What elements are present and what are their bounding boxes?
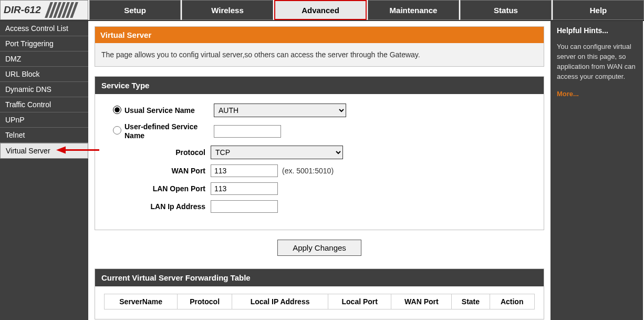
row-usual-service: Usual Service Name AUTH	[106, 104, 533, 117]
radio-user-defined[interactable]	[113, 126, 121, 135]
col-local-ip: Local IP Address	[232, 294, 328, 309]
sidebar-item-upnp[interactable]: UPnP	[0, 112, 88, 128]
sidebar-item-virtual-server[interactable]: Virtual Server	[0, 143, 88, 159]
service-type-body: Usual Service Name AUTH User-defined Ser…	[95, 94, 544, 230]
tab-setup[interactable]: Setup	[89, 0, 181, 20]
col-action: Action	[490, 294, 534, 309]
main-content: Virtual Server The page allows you to co…	[88, 21, 550, 320]
protocol-label: Protocol	[106, 148, 211, 157]
tab-label: Wireless	[211, 6, 244, 15]
sidebar-item-label: Traffic Control	[5, 100, 51, 109]
row-user-defined: User-defined Service Name	[106, 122, 533, 140]
col-state: State	[452, 294, 490, 309]
sidebar-item-label: URL Block	[5, 70, 40, 78]
wan-port-input[interactable]	[211, 164, 278, 177]
row-wan-port: WAN Port (ex. 5001:5010)	[106, 164, 533, 177]
row-lan-open-port: LAN Open Port	[106, 182, 533, 195]
lan-open-port-label: LAN Open Port	[106, 184, 211, 193]
sidebar-item-label: Telnet	[5, 131, 25, 139]
panel-service-type: Service Type Usual Service Name AUTH	[95, 76, 544, 230]
sidebar: Access Control List Port Triggering DMZ …	[0, 21, 88, 320]
forwarding-table-header: Current Virtual Server Forwarding Table	[95, 269, 544, 286]
sidebar-item-label: Port Triggering	[5, 39, 54, 48]
tab-status[interactable]: Status	[460, 0, 552, 20]
sidebar-item-url-block[interactable]: URL Block	[0, 67, 88, 82]
sidebar-item-dmz[interactable]: DMZ	[0, 51, 88, 67]
sidebar-item-label: Access Control List	[5, 24, 68, 33]
tab-label: Advanced	[302, 6, 339, 15]
col-wan-port: WAN Port	[391, 294, 452, 309]
lan-ip-label: LAN Ip Address	[106, 202, 211, 211]
apply-row: Apply Changes	[95, 240, 544, 256]
tab-advanced[interactable]: Advanced	[274, 0, 367, 20]
row-protocol: Protocol TCP	[106, 146, 533, 159]
hints-title: Helpful Hints...	[557, 26, 637, 35]
lan-open-port-input[interactable]	[211, 182, 278, 195]
hints-panel: Helpful Hints... You can configure virtu…	[550, 21, 643, 320]
device-logo: DIR-612	[0, 0, 88, 20]
forwarding-table: ServerName Protocol Local IP Address Loc…	[104, 294, 535, 309]
sidebar-item-port-triggering[interactable]: Port Triggering	[0, 36, 88, 51]
radio-usual-service[interactable]	[113, 106, 121, 114]
user-defined-input[interactable]	[214, 125, 281, 138]
body-row: Access Control List Port Triggering DMZ …	[0, 21, 644, 320]
hints-body: You can configure virtual server on this…	[557, 42, 637, 81]
sidebar-item-label: DMZ	[5, 55, 21, 63]
svg-marker-8	[56, 147, 66, 154]
tab-label: Maintenance	[390, 6, 438, 15]
device-model: DIR-612	[4, 4, 41, 16]
tab-label: Status	[494, 6, 518, 15]
sidebar-item-traffic-control[interactable]: Traffic Control	[0, 97, 88, 112]
wan-port-label: WAN Port	[106, 167, 211, 175]
tab-help[interactable]: Help	[553, 0, 644, 20]
protocol-select[interactable]: TCP	[211, 146, 343, 159]
service-type-header: Service Type	[95, 77, 544, 94]
top-bar: DIR-612 Setup Wireless Advanced Maintena…	[0, 0, 644, 21]
nav-tabs: Setup Wireless Advanced Maintenance Stat…	[88, 0, 644, 20]
apply-changes-button[interactable]: Apply Changes	[277, 240, 361, 256]
sidebar-item-label: Virtual Server	[6, 147, 50, 155]
sidebar-item-acl[interactable]: Access Control List	[0, 21, 88, 36]
sidebar-item-label: Dynamic DNS	[5, 85, 51, 94]
sidebar-item-telnet[interactable]: Telnet	[0, 128, 88, 143]
user-defined-label: User-defined Service Name	[124, 122, 214, 140]
usual-service-label: Usual Service Name	[124, 106, 214, 115]
usual-service-select[interactable]: AUTH	[214, 104, 346, 117]
hints-more-link[interactable]: More...	[557, 90, 637, 98]
panel-forwarding-table: Current Virtual Server Forwarding Table …	[95, 269, 544, 319]
tab-maintenance[interactable]: Maintenance	[368, 0, 459, 20]
sidebar-item-label: UPnP	[5, 116, 25, 124]
user-defined-label-text: User-defined Service Name	[124, 122, 198, 140]
tab-label: Help	[590, 6, 607, 15]
col-local-port: Local Port	[328, 294, 391, 309]
lan-ip-input[interactable]	[211, 200, 278, 213]
tab-wireless[interactable]: Wireless	[182, 0, 273, 20]
col-protocol: Protocol	[178, 294, 232, 309]
row-lan-ip: LAN Ip Address	[106, 200, 533, 213]
panel-page-header: Virtual Server The page allows you to co…	[95, 26, 544, 67]
page-title: Virtual Server	[95, 27, 544, 43]
wan-port-hint: (ex. 5001:5010)	[282, 167, 334, 175]
page-description: The page allows you to config virtual se…	[95, 43, 544, 66]
tab-label: Setup	[124, 6, 146, 15]
col-servername: ServerName	[105, 294, 178, 309]
sidebar-item-dynamic-dns[interactable]: Dynamic DNS	[0, 82, 88, 97]
logo-stripes-icon	[43, 2, 80, 18]
table-header-row: ServerName Protocol Local IP Address Loc…	[105, 294, 535, 309]
